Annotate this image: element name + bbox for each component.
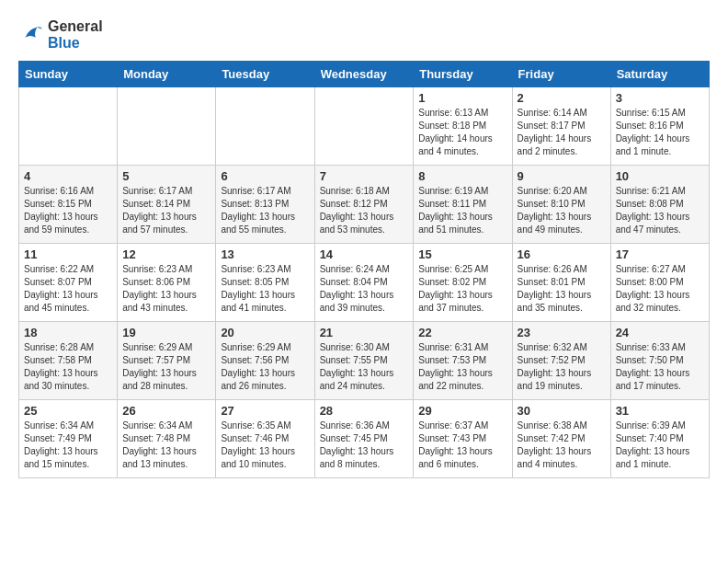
- day-info: Sunrise: 6:24 AM Sunset: 8:04 PM Dayligh…: [320, 263, 409, 315]
- calendar-cell: [19, 87, 118, 166]
- calendar-cell: 19Sunrise: 6:29 AM Sunset: 7:57 PM Dayli…: [118, 322, 216, 400]
- calendar-cell: 27Sunrise: 6:35 AM Sunset: 7:46 PM Dayli…: [216, 400, 314, 478]
- calendar-cell: 22Sunrise: 6:31 AM Sunset: 7:53 PM Dayli…: [414, 322, 512, 400]
- calendar-cell: 21Sunrise: 6:30 AM Sunset: 7:55 PM Dayli…: [314, 322, 414, 400]
- day-info: Sunrise: 6:27 AM Sunset: 8:00 PM Dayligh…: [616, 263, 704, 315]
- day-number: 13: [221, 247, 309, 261]
- calendar-cell: 3Sunrise: 6:15 AM Sunset: 8:16 PM Daylig…: [610, 87, 709, 166]
- calendar-cell: [314, 87, 414, 166]
- day-info: Sunrise: 6:23 AM Sunset: 8:05 PM Dayligh…: [221, 263, 309, 315]
- day-info: Sunrise: 6:20 AM Sunset: 8:10 PM Dayligh…: [518, 185, 606, 236]
- day-number: 3: [616, 91, 704, 105]
- day-info: Sunrise: 6:34 AM Sunset: 7:48 PM Dayligh…: [122, 419, 210, 471]
- day-number: 6: [221, 169, 309, 183]
- day-info: Sunrise: 6:13 AM Sunset: 8:18 PM Dayligh…: [418, 107, 506, 158]
- day-number: 2: [518, 91, 606, 105]
- calendar-header-row: SundayMondayTuesdayWednesdayThursdayFrid…: [19, 62, 710, 87]
- day-info: Sunrise: 6:15 AM Sunset: 8:16 PM Dayligh…: [616, 107, 704, 158]
- logo-text: General Blue: [48, 18, 103, 52]
- weekday-header-wednesday: Wednesday: [314, 62, 414, 87]
- calendar-cell: 17Sunrise: 6:27 AM Sunset: 8:00 PM Dayli…: [610, 244, 709, 322]
- calendar-cell: [216, 87, 314, 166]
- calendar-week-row: 11Sunrise: 6:22 AM Sunset: 8:07 PM Dayli…: [19, 244, 710, 322]
- calendar-cell: 29Sunrise: 6:37 AM Sunset: 7:43 PM Dayli…: [414, 400, 512, 478]
- day-info: Sunrise: 6:17 AM Sunset: 8:14 PM Dayligh…: [122, 185, 210, 236]
- day-info: Sunrise: 6:34 AM Sunset: 7:49 PM Dayligh…: [24, 419, 112, 471]
- calendar-week-row: 25Sunrise: 6:34 AM Sunset: 7:49 PM Dayli…: [19, 400, 710, 478]
- day-info: Sunrise: 6:22 AM Sunset: 8:07 PM Dayligh…: [24, 263, 112, 315]
- calendar-week-row: 1Sunrise: 6:13 AM Sunset: 8:18 PM Daylig…: [19, 87, 710, 166]
- calendar-cell: 6Sunrise: 6:17 AM Sunset: 8:13 PM Daylig…: [216, 166, 314, 244]
- day-info: Sunrise: 6:16 AM Sunset: 8:15 PM Dayligh…: [24, 185, 112, 236]
- calendar-cell: 25Sunrise: 6:34 AM Sunset: 7:49 PM Dayli…: [19, 400, 118, 478]
- calendar-cell: 16Sunrise: 6:26 AM Sunset: 8:01 PM Dayli…: [512, 244, 610, 322]
- calendar-cell: 10Sunrise: 6:21 AM Sunset: 8:08 PM Dayli…: [610, 166, 709, 244]
- day-number: 26: [122, 404, 210, 418]
- day-info: Sunrise: 6:29 AM Sunset: 7:57 PM Dayligh…: [122, 341, 210, 393]
- day-info: Sunrise: 6:31 AM Sunset: 7:53 PM Dayligh…: [418, 341, 506, 393]
- day-info: Sunrise: 6:23 AM Sunset: 8:06 PM Dayligh…: [122, 263, 210, 315]
- day-number: 16: [518, 247, 606, 261]
- calendar-cell: 14Sunrise: 6:24 AM Sunset: 8:04 PM Dayli…: [314, 244, 414, 322]
- day-number: 24: [616, 326, 704, 339]
- calendar-cell: 11Sunrise: 6:22 AM Sunset: 8:07 PM Dayli…: [19, 244, 118, 322]
- calendar-cell: 23Sunrise: 6:32 AM Sunset: 7:52 PM Dayli…: [512, 322, 610, 400]
- weekday-header-friday: Friday: [512, 62, 610, 87]
- calendar-cell: 9Sunrise: 6:20 AM Sunset: 8:10 PM Daylig…: [512, 166, 610, 244]
- day-number: 31: [616, 404, 704, 418]
- weekday-header-thursday: Thursday: [414, 62, 512, 87]
- day-number: 23: [518, 326, 606, 339]
- weekday-header-tuesday: Tuesday: [216, 62, 314, 87]
- calendar-cell: 12Sunrise: 6:23 AM Sunset: 8:06 PM Dayli…: [118, 244, 216, 322]
- weekday-header-sunday: Sunday: [19, 62, 118, 87]
- day-number: 7: [320, 169, 409, 183]
- day-number: 1: [418, 91, 506, 105]
- calendar-week-row: 4Sunrise: 6:16 AM Sunset: 8:15 PM Daylig…: [19, 166, 710, 244]
- day-info: Sunrise: 6:21 AM Sunset: 8:08 PM Dayligh…: [616, 185, 704, 236]
- calendar-cell: 7Sunrise: 6:18 AM Sunset: 8:12 PM Daylig…: [314, 166, 414, 244]
- calendar-cell: 13Sunrise: 6:23 AM Sunset: 8:05 PM Dayli…: [216, 244, 314, 322]
- day-info: Sunrise: 6:17 AM Sunset: 8:13 PM Dayligh…: [221, 185, 309, 236]
- day-number: 21: [320, 326, 409, 339]
- day-number: 9: [518, 169, 606, 183]
- calendar-cell: 28Sunrise: 6:36 AM Sunset: 7:45 PM Dayli…: [314, 400, 414, 478]
- day-info: Sunrise: 6:26 AM Sunset: 8:01 PM Dayligh…: [518, 263, 606, 315]
- day-number: 20: [221, 326, 309, 339]
- day-info: Sunrise: 6:30 AM Sunset: 7:55 PM Dayligh…: [320, 341, 409, 393]
- calendar-cell: 31Sunrise: 6:39 AM Sunset: 7:40 PM Dayli…: [610, 400, 709, 478]
- day-number: 17: [616, 247, 704, 261]
- day-info: Sunrise: 6:38 AM Sunset: 7:42 PM Dayligh…: [518, 419, 606, 471]
- calendar-cell: 26Sunrise: 6:34 AM Sunset: 7:48 PM Dayli…: [118, 400, 216, 478]
- calendar-cell: [118, 87, 216, 166]
- day-number: 10: [616, 169, 704, 183]
- day-info: Sunrise: 6:36 AM Sunset: 7:45 PM Dayligh…: [320, 419, 409, 471]
- logo: General Blue: [18, 18, 103, 52]
- day-number: 18: [24, 326, 112, 339]
- logo-icon: [18, 22, 44, 48]
- day-number: 25: [24, 404, 112, 418]
- calendar-cell: 5Sunrise: 6:17 AM Sunset: 8:14 PM Daylig…: [118, 166, 216, 244]
- day-number: 12: [122, 247, 210, 261]
- day-number: 14: [320, 247, 409, 261]
- day-number: 30: [518, 404, 606, 418]
- day-info: Sunrise: 6:25 AM Sunset: 8:02 PM Dayligh…: [418, 263, 506, 315]
- day-number: 8: [418, 169, 506, 183]
- day-number: 4: [24, 169, 112, 183]
- day-number: 22: [418, 326, 506, 339]
- calendar-cell: 8Sunrise: 6:19 AM Sunset: 8:11 PM Daylig…: [414, 166, 512, 244]
- day-info: Sunrise: 6:35 AM Sunset: 7:46 PM Dayligh…: [221, 419, 309, 471]
- day-info: Sunrise: 6:32 AM Sunset: 7:52 PM Dayligh…: [518, 341, 606, 393]
- day-number: 15: [418, 247, 506, 261]
- day-info: Sunrise: 6:37 AM Sunset: 7:43 PM Dayligh…: [418, 419, 506, 471]
- calendar-cell: 24Sunrise: 6:33 AM Sunset: 7:50 PM Dayli…: [610, 322, 709, 400]
- page-header: General Blue: [18, 18, 710, 52]
- day-number: 19: [122, 326, 210, 339]
- calendar-cell: 4Sunrise: 6:16 AM Sunset: 8:15 PM Daylig…: [19, 166, 118, 244]
- calendar-week-row: 18Sunrise: 6:28 AM Sunset: 7:58 PM Dayli…: [19, 322, 710, 400]
- day-number: 28: [320, 404, 409, 418]
- day-info: Sunrise: 6:14 AM Sunset: 8:17 PM Dayligh…: [518, 107, 606, 158]
- day-info: Sunrise: 6:28 AM Sunset: 7:58 PM Dayligh…: [24, 341, 112, 393]
- calendar-cell: 18Sunrise: 6:28 AM Sunset: 7:58 PM Dayli…: [19, 322, 118, 400]
- calendar-cell: 2Sunrise: 6:14 AM Sunset: 8:17 PM Daylig…: [512, 87, 610, 166]
- day-info: Sunrise: 6:29 AM Sunset: 7:56 PM Dayligh…: [221, 341, 309, 393]
